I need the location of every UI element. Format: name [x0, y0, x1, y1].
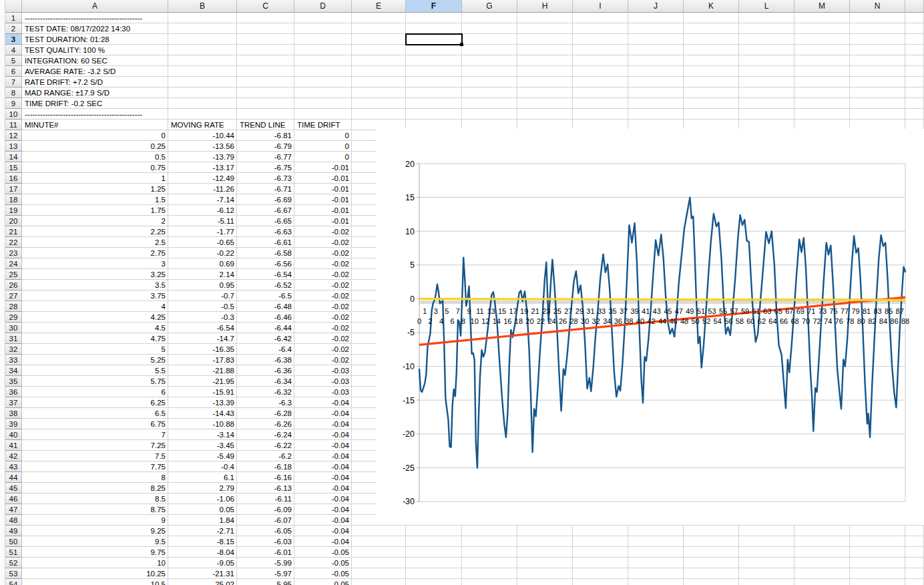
cell-A49[interactable]: 9.25 [22, 526, 168, 536]
cell-B11[interactable]: MOVING RATE [168, 120, 237, 130]
cell-B16[interactable]: -12.49 [168, 173, 237, 184]
cell-D43[interactable]: -0.04 [294, 461, 352, 472]
cell-C23[interactable]: -6.58 [237, 248, 294, 258]
cell-C26[interactable]: -6.52 [237, 280, 294, 290]
row-header-34[interactable]: 34 [5, 365, 22, 376]
cell-A6[interactable]: AVERAGE RATE: -3.2 S/D [22, 66, 168, 77]
cell-D12[interactable]: 0 [294, 130, 352, 141]
column-header-C[interactable]: C [237, 0, 294, 13]
cell-B35[interactable]: -21.95 [168, 376, 237, 387]
cell-A15[interactable]: 0.75 [22, 162, 168, 173]
cell-B12[interactable]: -10.44 [168, 130, 237, 141]
cell-D16[interactable]: -0.01 [294, 173, 352, 184]
cell-A2[interactable]: TEST DATE: 08/17/2022 14:30 [22, 23, 168, 34]
cell-C43[interactable]: -6.18 [237, 461, 294, 472]
cell-D47[interactable]: -0.04 [294, 504, 352, 515]
cell-C32[interactable]: -6.4 [237, 344, 294, 355]
cell-A32[interactable]: 5 [22, 344, 168, 355]
cell-C33[interactable]: -6.38 [237, 355, 294, 365]
cell-A13[interactable]: 0.25 [22, 141, 168, 152]
cell-A19[interactable]: 1.75 [22, 205, 168, 216]
row-header-13[interactable]: 13 [5, 141, 22, 152]
cell-C46[interactable]: -6.11 [237, 494, 294, 504]
cell-A43[interactable]: 7.75 [22, 461, 168, 472]
cell-D45[interactable]: -0.04 [294, 483, 352, 494]
column-header-G[interactable]: G [462, 0, 517, 13]
cell-B23[interactable]: -0.22 [168, 248, 237, 258]
cell-B50[interactable]: -8.15 [168, 536, 237, 547]
cell-B28[interactable]: -0.5 [168, 301, 237, 312]
cell-C51[interactable]: -6.01 [237, 547, 294, 558]
cell-A29[interactable]: 4.25 [22, 312, 168, 323]
cell-C21[interactable]: -6.63 [237, 226, 294, 237]
column-header-E[interactable]: E [352, 0, 406, 13]
cell-B44[interactable]: 6.1 [168, 472, 237, 483]
cell-A28[interactable]: 4 [22, 301, 168, 312]
cell-A42[interactable]: 7.5 [22, 451, 168, 461]
cell-D14[interactable]: 0 [294, 152, 352, 162]
row-header-9[interactable]: 9 [5, 98, 22, 109]
cell-A25[interactable]: 3.25 [22, 269, 168, 280]
cell-C25[interactable]: -6.54 [237, 269, 294, 280]
cell-D34[interactable]: -0.03 [294, 365, 352, 376]
cell-C41[interactable]: -6.22 [237, 440, 294, 451]
row-header-47[interactable]: 47 [5, 504, 22, 515]
cell-D27[interactable]: -0.02 [294, 290, 352, 301]
row-header-23[interactable]: 23 [5, 248, 22, 258]
cell-B32[interactable]: -16.35 [168, 344, 237, 355]
cell-C18[interactable]: -6.69 [237, 194, 294, 205]
cell-B14[interactable]: -13.79 [168, 152, 237, 162]
cell-B45[interactable]: 2.79 [168, 483, 237, 494]
row-header-50[interactable]: 50 [5, 536, 22, 547]
row-header-12[interactable]: 12 [5, 130, 22, 141]
cell-B52[interactable]: -9.05 [168, 558, 237, 568]
row-header-27[interactable]: 27 [5, 290, 22, 301]
cell-C22[interactable]: -6.61 [237, 237, 294, 248]
cell-D50[interactable]: -0.04 [294, 536, 352, 547]
column-header-H[interactable]: H [517, 0, 573, 13]
cell-A18[interactable]: 1.5 [22, 194, 168, 205]
cell-A31[interactable]: 4.75 [22, 333, 168, 344]
column-header-L[interactable]: L [739, 0, 794, 13]
cell-A40[interactable]: 7 [22, 429, 168, 440]
cell-A22[interactable]: 2.5 [22, 237, 168, 248]
cell-C38[interactable]: -6.28 [237, 408, 294, 419]
cell-A34[interactable]: 5.5 [22, 365, 168, 376]
cell-B43[interactable]: -0.4 [168, 461, 237, 472]
cell-A39[interactable]: 6.75 [22, 419, 168, 429]
row-header-33[interactable]: 33 [5, 355, 22, 365]
cell-A3[interactable]: TEST DURATION: 01:28 [22, 34, 168, 45]
cell-B46[interactable]: -1.06 [168, 494, 237, 504]
cell-A21[interactable]: 2.25 [22, 226, 168, 237]
cell-C53[interactable]: -5.97 [237, 568, 294, 579]
cell-D38[interactable]: -0.04 [294, 408, 352, 419]
row-header-14[interactable]: 14 [5, 152, 22, 162]
cell-C30[interactable]: -6.44 [237, 323, 294, 333]
row-header-39[interactable]: 39 [5, 419, 22, 429]
row-header-22[interactable]: 22 [5, 237, 22, 248]
row-header-36[interactable]: 36 [5, 387, 22, 397]
cell-B27[interactable]: -0.7 [168, 290, 237, 301]
row-header-7[interactable]: 7 [5, 77, 22, 87]
cell-C11[interactable]: TREND LINE [237, 120, 294, 130]
cell-D28[interactable]: -0.02 [294, 301, 352, 312]
row-header-2[interactable]: 2 [5, 23, 22, 34]
cell-A11[interactable]: MINUTE# [22, 120, 168, 130]
cell-D44[interactable]: -0.04 [294, 472, 352, 483]
cell-D29[interactable]: -0.02 [294, 312, 352, 323]
cell-A17[interactable]: 1.25 [22, 184, 168, 194]
cell-C37[interactable]: -6.3 [237, 397, 294, 408]
row-header-54[interactable]: 54 [5, 579, 22, 585]
cell-B40[interactable]: -3.14 [168, 429, 237, 440]
cell-A33[interactable]: 5.25 [22, 355, 168, 365]
row-header-19[interactable]: 19 [5, 205, 22, 216]
cell-A37[interactable]: 6.25 [22, 397, 168, 408]
cell-D54[interactable]: -0.05 [294, 579, 352, 585]
row-header-18[interactable]: 18 [5, 194, 22, 205]
cell-A38[interactable]: 6.5 [22, 408, 168, 419]
cell-A44[interactable]: 8 [22, 472, 168, 483]
row-header-15[interactable]: 15 [5, 162, 22, 173]
row-header-28[interactable]: 28 [5, 301, 22, 312]
cell-D46[interactable]: -0.04 [294, 494, 352, 504]
cell-A46[interactable]: 8.5 [22, 494, 168, 504]
